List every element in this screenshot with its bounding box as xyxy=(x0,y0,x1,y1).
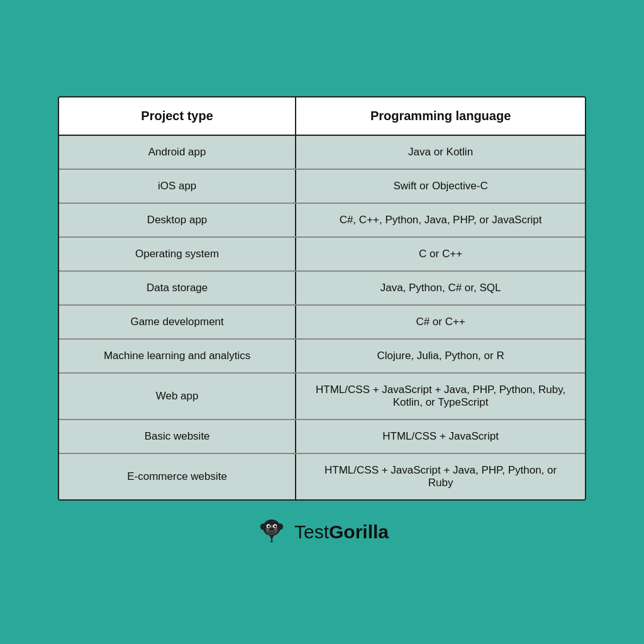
language-cell: C# or C++ xyxy=(296,305,585,339)
project-type-cell: Operating system xyxy=(59,237,296,271)
table-row: Game developmentC# or C++ xyxy=(59,305,585,339)
table-container: Project type Programming language Androi… xyxy=(58,96,586,501)
svg-point-1 xyxy=(260,523,266,530)
svg-point-13 xyxy=(270,540,272,542)
brand-name: Test Gorilla xyxy=(294,521,389,543)
svg-point-2 xyxy=(278,523,284,530)
project-type-cell: Android app xyxy=(59,135,296,169)
svg-point-6 xyxy=(267,525,269,527)
table-row: Basic websiteHTML/CSS + JavaScript xyxy=(59,419,585,453)
brand-text-bold: Gorilla xyxy=(329,521,389,543)
table-row: iOS appSwift or Objective-C xyxy=(59,169,585,203)
project-type-cell: Desktop app xyxy=(59,203,296,237)
brand-text-regular: Test xyxy=(294,521,329,543)
table-row: Desktop appC#, C++, Python, Java, PHP, o… xyxy=(59,203,585,237)
language-cell: Clojure, Julia, Python, or R xyxy=(296,339,585,373)
svg-marker-12 xyxy=(270,535,274,541)
language-cell: HTML/CSS + JavaScript + Java, PHP, Pytho… xyxy=(296,453,585,499)
table-row: Operating systemC or C++ xyxy=(59,237,585,271)
language-cell: Java or Kotlin xyxy=(296,135,585,169)
gorilla-logo-icon xyxy=(255,516,288,548)
language-cell: Java, Python, C# or, SQL xyxy=(296,271,585,305)
table-row: Data storageJava, Python, C# or, SQL xyxy=(59,271,585,305)
header-project-type: Project type xyxy=(59,97,296,135)
table-header-row: Project type Programming language xyxy=(59,97,585,135)
table-row: Android appJava or Kotlin xyxy=(59,135,585,169)
project-type-cell: Web app xyxy=(59,373,296,419)
page-wrapper: Project type Programming language Androi… xyxy=(0,77,644,567)
project-type-cell: iOS app xyxy=(59,169,296,203)
header-programming-language: Programming language xyxy=(296,97,585,135)
project-type-cell: Machine learning and analytics xyxy=(59,339,296,373)
language-cell: C or C++ xyxy=(296,237,585,271)
table-row: Web appHTML/CSS + JavaScript + Java, PHP… xyxy=(59,373,585,419)
language-cell: HTML/CSS + JavaScript + Java, PHP, Pytho… xyxy=(296,373,585,419)
brand-section: Test Gorilla xyxy=(255,516,389,548)
project-language-table: Project type Programming language Androi… xyxy=(59,97,585,499)
language-cell: Swift or Objective-C xyxy=(296,169,585,203)
project-type-cell: Game development xyxy=(59,305,296,339)
project-type-cell: E-commerce website xyxy=(59,453,296,499)
table-row: E-commerce websiteHTML/CSS + JavaScript … xyxy=(59,453,585,499)
language-cell: HTML/CSS + JavaScript xyxy=(296,419,585,453)
project-type-cell: Basic website xyxy=(59,419,296,453)
table-row: Machine learning and analyticsClojure, J… xyxy=(59,339,585,373)
svg-point-11 xyxy=(268,530,275,534)
svg-point-7 xyxy=(274,525,276,527)
language-cell: C#, C++, Python, Java, PHP, or JavaScrip… xyxy=(296,203,585,237)
project-type-cell: Data storage xyxy=(59,271,296,305)
